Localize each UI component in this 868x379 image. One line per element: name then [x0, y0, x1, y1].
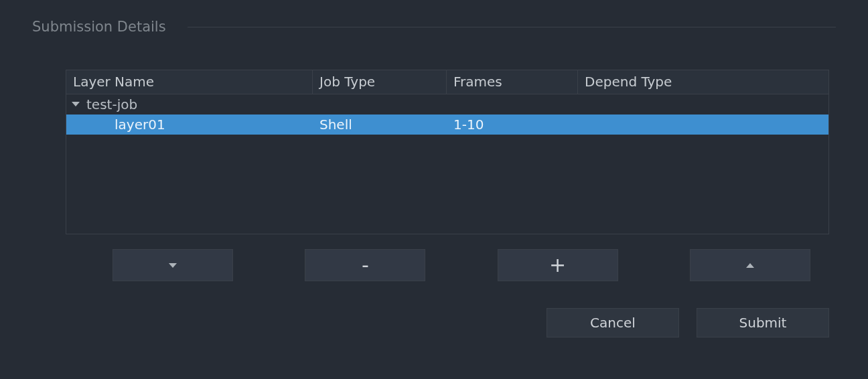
col-header-job-type[interactable]: Job Type [313, 70, 447, 94]
tree-row-layer[interactable]: layer01 Shell 1-10 [66, 115, 828, 135]
layers-tree[interactable]: Layer Name Job Type Frames Depend Type t… [66, 70, 829, 234]
action-buttons: Cancel Submit [547, 308, 829, 337]
job-depend-cell [578, 94, 828, 115]
submit-button[interactable]: Submit [697, 308, 829, 337]
minus-icon: - [362, 255, 369, 275]
move-up-button[interactable] [690, 249, 810, 281]
job-type-cell [313, 94, 447, 115]
layer-name: layer01 [115, 115, 165, 135]
remove-button[interactable]: - [305, 249, 425, 281]
job-frames-cell [447, 94, 578, 115]
plus-icon: + [549, 255, 566, 275]
layer-type-cell: Shell [313, 115, 447, 135]
group-title: Submission Details [32, 19, 178, 35]
expand-collapse-icon[interactable] [72, 102, 80, 106]
chevron-up-icon [746, 263, 754, 268]
layer-frames-cell: 1-10 [447, 115, 578, 135]
tree-body: test-job layer01 Shell 1-10 [66, 94, 828, 135]
cancel-button[interactable]: Cancel [547, 308, 679, 337]
tree-header: Layer Name Job Type Frames Depend Type [66, 70, 828, 94]
col-header-frames[interactable]: Frames [447, 70, 578, 94]
chevron-down-icon [169, 263, 177, 268]
move-down-button[interactable] [113, 249, 233, 281]
layer-depend-cell [578, 115, 828, 135]
group-divider [188, 27, 836, 27]
add-button[interactable]: + [498, 249, 618, 281]
job-name: test-job [86, 94, 137, 115]
toolbar: - + [66, 249, 829, 281]
tree-row-job[interactable]: test-job [66, 94, 828, 115]
col-header-depend-type[interactable]: Depend Type [578, 70, 828, 94]
col-header-layer-name[interactable]: Layer Name [66, 70, 313, 94]
